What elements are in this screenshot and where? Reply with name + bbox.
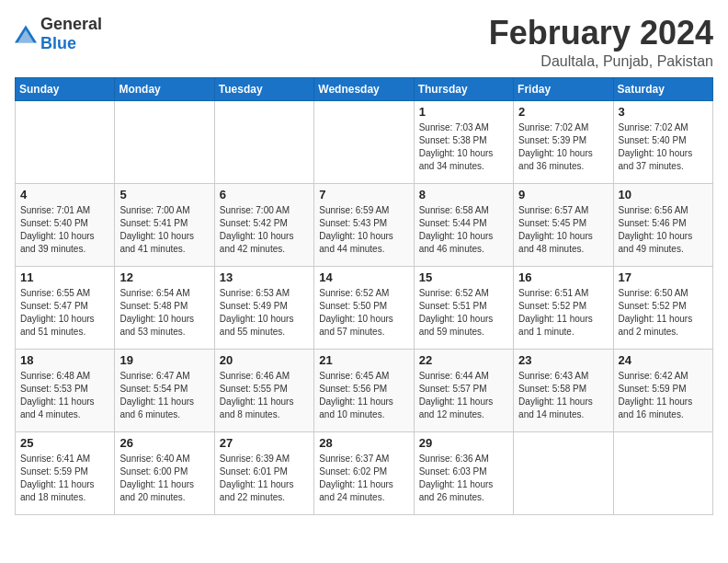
day-cell xyxy=(613,431,712,514)
day-info: Sunrise: 6:39 AM Sunset: 6:01 PM Dayligh… xyxy=(220,453,309,504)
day-cell: 1Sunrise: 7:03 AM Sunset: 5:38 PM Daylig… xyxy=(414,100,513,183)
day-info: Sunrise: 6:41 AM Sunset: 5:59 PM Dayligh… xyxy=(20,453,109,504)
day-cell: 17Sunrise: 6:50 AM Sunset: 5:52 PM Dayli… xyxy=(613,266,712,349)
day-info: Sunrise: 6:54 AM Sunset: 5:48 PM Dayligh… xyxy=(119,287,209,339)
day-cell: 27Sunrise: 6:39 AM Sunset: 6:01 PM Dayli… xyxy=(214,431,313,514)
header-wednesday: Wednesday xyxy=(314,77,414,100)
day-number: 20 xyxy=(220,353,309,367)
header-tuesday: Tuesday xyxy=(214,77,313,100)
day-info: Sunrise: 6:55 AM Sunset: 5:47 PM Dayligh… xyxy=(20,287,109,339)
header-thursday: Thursday xyxy=(414,77,513,100)
logo-blue: Blue xyxy=(40,34,76,52)
day-number: 21 xyxy=(319,353,408,367)
header-sunday: Sunday xyxy=(16,77,115,100)
week-row-1: 1Sunrise: 7:03 AM Sunset: 5:38 PM Daylig… xyxy=(16,100,713,183)
day-number: 23 xyxy=(518,353,608,367)
day-cell: 22Sunrise: 6:44 AM Sunset: 5:57 PM Dayli… xyxy=(414,349,513,431)
header: General Blue February 2024 Daultala, Pun… xyxy=(15,15,713,70)
day-cell: 4Sunrise: 7:01 AM Sunset: 5:40 PM Daylig… xyxy=(16,183,115,266)
day-cell: 3Sunrise: 7:02 AM Sunset: 5:40 PM Daylig… xyxy=(613,100,712,183)
logo: General Blue xyxy=(15,15,102,53)
day-info: Sunrise: 6:42 AM Sunset: 5:59 PM Dayligh… xyxy=(619,370,708,421)
day-cell: 9Sunrise: 6:57 AM Sunset: 5:45 PM Daylig… xyxy=(514,183,613,266)
day-cell: 28Sunrise: 6:37 AM Sunset: 6:02 PM Dayli… xyxy=(314,431,414,514)
day-number: 26 xyxy=(119,436,209,450)
day-number: 19 xyxy=(119,353,209,367)
day-cell: 11Sunrise: 6:55 AM Sunset: 5:47 PM Dayli… xyxy=(16,266,115,349)
day-cell: 26Sunrise: 6:40 AM Sunset: 6:00 PM Dayli… xyxy=(115,431,214,514)
day-info: Sunrise: 6:56 AM Sunset: 5:46 PM Dayligh… xyxy=(619,204,708,256)
day-cell: 21Sunrise: 6:45 AM Sunset: 5:56 PM Dayli… xyxy=(314,349,414,431)
day-cell: 10Sunrise: 6:56 AM Sunset: 5:46 PM Dayli… xyxy=(613,183,712,266)
day-cell xyxy=(115,100,214,183)
day-cell: 24Sunrise: 6:42 AM Sunset: 5:59 PM Dayli… xyxy=(613,349,712,431)
logo-general: General xyxy=(40,15,102,33)
day-info: Sunrise: 6:36 AM Sunset: 6:03 PM Dayligh… xyxy=(419,453,508,504)
day-cell: 5Sunrise: 7:00 AM Sunset: 5:41 PM Daylig… xyxy=(115,183,214,266)
day-cell xyxy=(514,431,613,514)
day-info: Sunrise: 7:02 AM Sunset: 5:39 PM Dayligh… xyxy=(518,121,608,173)
header-friday: Friday xyxy=(514,77,613,100)
day-number: 28 xyxy=(319,436,408,450)
day-info: Sunrise: 6:44 AM Sunset: 5:57 PM Dayligh… xyxy=(419,370,508,421)
day-number: 24 xyxy=(619,353,708,367)
day-number: 12 xyxy=(119,270,209,284)
day-cell: 13Sunrise: 6:53 AM Sunset: 5:49 PM Dayli… xyxy=(214,266,313,349)
week-row-3: 11Sunrise: 6:55 AM Sunset: 5:47 PM Dayli… xyxy=(16,266,713,349)
day-info: Sunrise: 6:45 AM Sunset: 5:56 PM Dayligh… xyxy=(319,370,408,421)
day-number: 13 xyxy=(220,270,309,284)
day-number: 18 xyxy=(20,353,109,367)
day-number: 29 xyxy=(419,436,508,450)
day-cell: 16Sunrise: 6:51 AM Sunset: 5:52 PM Dayli… xyxy=(514,266,613,349)
month-title: February 2024 xyxy=(489,15,713,52)
calendar-header: Sunday Monday Tuesday Wednesday Thursday… xyxy=(16,77,713,100)
day-cell xyxy=(314,100,414,183)
day-info: Sunrise: 6:58 AM Sunset: 5:44 PM Dayligh… xyxy=(419,204,508,256)
logo-icon xyxy=(15,25,37,43)
day-info: Sunrise: 6:51 AM Sunset: 5:52 PM Dayligh… xyxy=(518,287,608,339)
day-info: Sunrise: 6:57 AM Sunset: 5:45 PM Dayligh… xyxy=(518,204,608,256)
day-number: 27 xyxy=(220,436,309,450)
day-number: 3 xyxy=(619,105,708,119)
day-number: 9 xyxy=(518,188,608,201)
day-number: 2 xyxy=(518,105,608,119)
day-number: 10 xyxy=(619,188,708,201)
day-cell: 2Sunrise: 7:02 AM Sunset: 5:39 PM Daylig… xyxy=(514,100,613,183)
day-cell: 23Sunrise: 6:43 AM Sunset: 5:58 PM Dayli… xyxy=(514,349,613,431)
day-cell: 18Sunrise: 6:48 AM Sunset: 5:53 PM Dayli… xyxy=(16,349,115,431)
day-number: 4 xyxy=(20,188,109,201)
day-info: Sunrise: 7:00 AM Sunset: 5:42 PM Dayligh… xyxy=(220,204,309,256)
day-cell: 20Sunrise: 6:46 AM Sunset: 5:55 PM Dayli… xyxy=(214,349,313,431)
day-cell: 19Sunrise: 6:47 AM Sunset: 5:54 PM Dayli… xyxy=(115,349,214,431)
day-info: Sunrise: 6:59 AM Sunset: 5:43 PM Dayligh… xyxy=(319,204,408,256)
day-cell: 25Sunrise: 6:41 AM Sunset: 5:59 PM Dayli… xyxy=(16,431,115,514)
day-info: Sunrise: 7:00 AM Sunset: 5:41 PM Dayligh… xyxy=(119,204,209,256)
day-number: 7 xyxy=(319,188,408,201)
day-info: Sunrise: 6:37 AM Sunset: 6:02 PM Dayligh… xyxy=(319,453,408,504)
day-number: 1 xyxy=(419,105,508,119)
day-cell: 15Sunrise: 6:52 AM Sunset: 5:51 PM Dayli… xyxy=(414,266,513,349)
day-cell xyxy=(214,100,313,183)
logo-text: General Blue xyxy=(40,15,102,53)
day-cell: 7Sunrise: 6:59 AM Sunset: 5:43 PM Daylig… xyxy=(314,183,414,266)
day-number: 6 xyxy=(220,188,309,201)
day-info: Sunrise: 6:46 AM Sunset: 5:55 PM Dayligh… xyxy=(220,370,309,421)
header-row: Sunday Monday Tuesday Wednesday Thursday… xyxy=(16,77,713,100)
day-info: Sunrise: 6:47 AM Sunset: 5:54 PM Dayligh… xyxy=(119,370,209,421)
day-info: Sunrise: 6:43 AM Sunset: 5:58 PM Dayligh… xyxy=(518,370,608,421)
location-title: Daultala, Punjab, Pakistan xyxy=(489,53,713,70)
calendar-body: 1Sunrise: 7:03 AM Sunset: 5:38 PM Daylig… xyxy=(16,100,713,514)
day-info: Sunrise: 6:40 AM Sunset: 6:00 PM Dayligh… xyxy=(119,453,209,504)
header-monday: Monday xyxy=(115,77,214,100)
day-number: 8 xyxy=(419,188,508,201)
day-cell: 12Sunrise: 6:54 AM Sunset: 5:48 PM Dayli… xyxy=(115,266,214,349)
day-number: 5 xyxy=(119,188,209,201)
day-number: 16 xyxy=(518,270,608,284)
day-info: Sunrise: 6:52 AM Sunset: 5:50 PM Dayligh… xyxy=(319,287,408,339)
day-cell: 6Sunrise: 7:00 AM Sunset: 5:42 PM Daylig… xyxy=(214,183,313,266)
day-number: 25 xyxy=(20,436,109,450)
day-info: Sunrise: 7:02 AM Sunset: 5:40 PM Dayligh… xyxy=(619,121,708,173)
day-info: Sunrise: 6:48 AM Sunset: 5:53 PM Dayligh… xyxy=(20,370,109,421)
day-cell: 29Sunrise: 6:36 AM Sunset: 6:03 PM Dayli… xyxy=(414,431,513,514)
day-info: Sunrise: 7:01 AM Sunset: 5:40 PM Dayligh… xyxy=(20,204,109,256)
